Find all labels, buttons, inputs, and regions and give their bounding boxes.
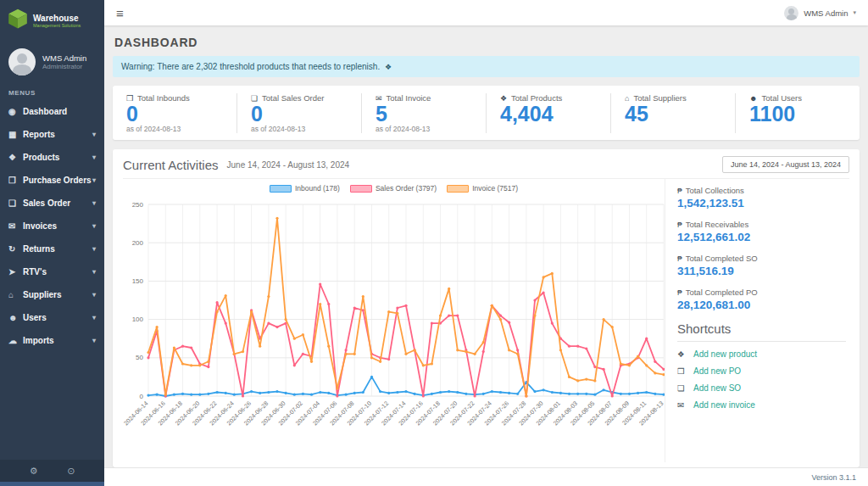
sidebar-item-products[interactable]: ❖ Products ▾ xyxy=(0,146,104,169)
money-icon: ₱ xyxy=(677,221,682,229)
settings-icon[interactable]: ⚙ xyxy=(30,466,38,477)
svg-text:0: 0 xyxy=(140,393,144,400)
total-value: 12,512,661.02 xyxy=(677,231,846,243)
stat-asof xyxy=(625,125,721,133)
boxes-icon: ❖ xyxy=(677,349,687,359)
replenish-icon: ❖ xyxy=(385,63,392,71)
sidebar-item-rtvs[interactable]: ➤ RTV's ▾ xyxy=(0,260,104,283)
sidebar-item-users[interactable]: ☻ Users ▾ xyxy=(0,306,104,329)
truck-icon: ✉ xyxy=(677,400,687,410)
chart-legend: Inbound (178) Sales Order (3797) Invoice… xyxy=(123,184,665,193)
brand-logo[interactable]: Warehouse Management Solutions xyxy=(0,0,104,42)
content: DASHBOARD Warning: There are 2,302 thres… xyxy=(104,25,868,467)
sidebar-item-purchase-orders[interactable]: ❒ Purchase Orders ▾ xyxy=(0,169,104,192)
building-icon: ⌂ xyxy=(8,290,23,299)
legend-inbound[interactable]: Inbound (178) xyxy=(270,184,340,193)
current-activities-card: Current Activities June 14, 2024 - Augus… xyxy=(113,149,860,467)
users-icon: ☻ xyxy=(8,313,23,322)
shortcut-add-new-product[interactable]: ❖ Add new product xyxy=(677,349,846,359)
cart-icon: ❒ xyxy=(126,94,133,103)
total-value: 28,120,681.00 xyxy=(677,299,846,311)
total-value: 311,516.19 xyxy=(677,265,846,277)
stat-total-users: ☻Total Users 1100 xyxy=(735,93,860,133)
brand-name: Warehouse xyxy=(33,14,81,23)
sidebar-scrollbar[interactable] xyxy=(0,482,104,486)
activities-header: Current Activities June 14, 2024 - Augus… xyxy=(123,156,849,179)
svg-text:200: 200 xyxy=(132,239,144,247)
folder-icon: ❏ xyxy=(8,198,23,208)
user-name: WMS Admin xyxy=(804,8,848,18)
returns-icon: ↻ xyxy=(8,244,23,254)
reports-icon: ▦ xyxy=(8,130,23,139)
shortcut-add-new-so[interactable]: ❏ Add new SO xyxy=(677,383,846,393)
shortcuts-title: Shortcuts xyxy=(677,321,846,342)
page-title: DASHBOARD xyxy=(114,36,858,49)
sidebar-footer: ⚙ ⊙ xyxy=(0,460,104,482)
power-icon[interactable]: ⊙ xyxy=(67,466,75,477)
stat-total-invoice: ✉Total Invoice 5 as of 2024-08-13 xyxy=(361,93,486,133)
profile-name: WMS Admin xyxy=(42,53,86,63)
folder-icon: ❏ xyxy=(677,383,687,393)
stat-value: 0 xyxy=(251,103,348,125)
brand-tagline: Management Solutions xyxy=(33,23,81,28)
chevron-down-icon: ▾ xyxy=(92,291,96,299)
total-completed-so: ₱Total Completed SO 311,516.19 xyxy=(677,254,846,277)
shortcut-add-new-po[interactable]: ❒ Add new PO xyxy=(677,366,846,376)
activities-title: Current Activities xyxy=(123,158,219,172)
avatar xyxy=(8,48,36,75)
stat-asof: as of 2024-08-13 xyxy=(251,125,348,133)
chevron-down-icon: ▾ xyxy=(92,222,96,230)
menus-section-label: MENUS xyxy=(0,84,104,100)
sidebar-profile: WMS Admin Administrator xyxy=(0,42,104,84)
legend-sales-order[interactable]: Sales Order (3797) xyxy=(350,184,437,193)
sidebar: Warehouse Management Solutions WMS Admin… xyxy=(0,0,104,486)
boxes-icon: ❖ xyxy=(500,94,507,103)
chart-zone: Inbound (178) Sales Order (3797) Invoice… xyxy=(123,179,665,462)
main-area: ≡ WMS Admin ▾ DASHBOARD Warning: There a… xyxy=(104,0,868,486)
topbar: ≡ WMS Admin ▾ xyxy=(104,0,868,25)
hamburger-menu-icon[interactable]: ≡ xyxy=(116,6,124,20)
chevron-down-icon: ▾ xyxy=(92,268,96,276)
stat-value: 0 xyxy=(126,103,223,125)
stat-value: 4,404 xyxy=(500,103,597,125)
activities-date-range-text: June 14, 2024 - August 13, 2024 xyxy=(227,160,350,170)
stat-total-suppliers: ⌂Total Suppliers 45 xyxy=(610,93,735,133)
chevron-down-icon: ▾ xyxy=(853,9,856,16)
chevron-down-icon: ▾ xyxy=(92,245,96,253)
version-label: Version 3.1.1 xyxy=(811,473,856,482)
sidebar-item-invoices[interactable]: ✉ Invoices ▾ xyxy=(0,215,104,237)
total-receivables: ₱Total Receivables 12,512,661.02 xyxy=(677,220,846,243)
stat-total-sales-order: ❏Total Sales Order 0 as of 2024-08-13 xyxy=(236,93,361,133)
truck-icon: ✉ xyxy=(376,94,382,103)
total-collections: ₱Total Collections 1,542,123.51 xyxy=(677,186,846,209)
sidebar-item-imports[interactable]: ☁ Imports ▾ xyxy=(0,329,104,352)
chevron-down-icon: ▾ xyxy=(92,199,96,207)
brand-cube-icon xyxy=(7,8,29,33)
sidebar-item-returns[interactable]: ↻ Returns ▾ xyxy=(0,237,104,260)
svg-text:150: 150 xyxy=(132,277,144,285)
sidebar-item-sales-order[interactable]: ❏ Sales Order ▾ xyxy=(0,192,104,215)
stat-asof xyxy=(500,125,597,133)
legend-invoice[interactable]: Invoice (7517) xyxy=(447,184,518,193)
money-icon: ₱ xyxy=(677,254,682,263)
date-range-picker-button[interactable]: June 14, 2024 - August 13, 2024 xyxy=(722,156,849,173)
sidebar-nav: ◉ Dashboard ▦ Reports ▾ ❖ Products ▾ ❒ P… xyxy=(0,100,104,460)
summary-panel: ₱Total Collections 1,542,123.51 ₱Total R… xyxy=(665,179,849,462)
chevron-down-icon: ▾ xyxy=(92,154,96,161)
invoice-icon: ✉ xyxy=(8,221,23,231)
legend-swatch-invoice xyxy=(447,185,469,193)
building-icon: ⌂ xyxy=(625,94,629,103)
sidebar-item-suppliers[interactable]: ⌂ Suppliers ▾ xyxy=(0,283,104,306)
sidebar-item-reports[interactable]: ▦ Reports ▾ xyxy=(0,123,104,146)
line-chart[interactable]: 0501001502002502024-06-142024-06-162024-… xyxy=(123,194,665,467)
dashboard-icon: ◉ xyxy=(8,107,23,116)
warning-banner: Warning: There are 2,302 threshold produ… xyxy=(113,56,860,77)
user-dropdown[interactable]: WMS Admin ▾ xyxy=(784,6,856,20)
sidebar-item-dashboard[interactable]: ◉ Dashboard xyxy=(0,100,104,123)
stat-asof xyxy=(749,125,846,133)
shortcut-add-new-invoice[interactable]: ✉ Add new invoice xyxy=(677,400,846,410)
stat-asof: as of 2024-08-13 xyxy=(126,125,223,133)
profile-role: Administrator xyxy=(42,63,86,70)
chevron-down-icon: ▾ xyxy=(92,314,96,321)
user-icon: ☻ xyxy=(749,94,757,103)
